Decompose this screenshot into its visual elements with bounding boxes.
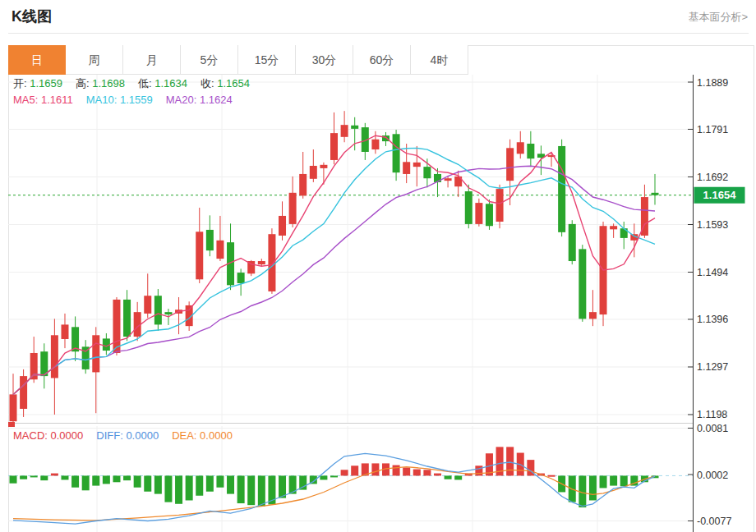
interval-tab-日[interactable]: 日 — [8, 45, 66, 75]
interval-tab-周[interactable]: 周 — [66, 45, 123, 75]
interval-tabs: 日周月5分15分30分60分4时 — [8, 45, 468, 75]
interval-tab-15分[interactable]: 15分 — [238, 45, 296, 75]
kline-chart-canvas[interactable]: 1.18891.17911.16921.15931.14941.13961.12… — [0, 0, 756, 532]
interval-tab-5分[interactable]: 5分 — [181, 45, 238, 75]
last-price-badge-text: 1.1654 — [703, 189, 737, 201]
gridlines — [8, 75, 693, 532]
interval-tab-30分[interactable]: 30分 — [296, 45, 353, 75]
y-axis-label: 1.1494 — [697, 267, 728, 278]
y-axis-label: 1.1297 — [697, 361, 728, 373]
interval-tab-4时[interactable]: 4时 — [411, 45, 468, 75]
y-axis-label: 1.1396 — [697, 314, 728, 325]
y-axis-label: 0.0002 — [697, 470, 728, 481]
interval-tab-月[interactable]: 月 — [123, 45, 181, 75]
y-axis-label: -0.0077 — [697, 516, 731, 527]
kline-widget: K线图 基本面分析> 1.18891.17911.16921.15931.149… — [0, 0, 756, 532]
y-axis-label: 0.0081 — [697, 423, 728, 434]
widget-border — [9, 46, 754, 532]
y-axis-label: 1.1198 — [697, 409, 727, 420]
y-axis-label: 1.1593 — [697, 219, 728, 231]
y-axis-label: 1.1889 — [697, 77, 728, 89]
y-axis: 1.18891.17911.16921.15931.14941.13961.12… — [688, 75, 731, 532]
separator-marker — [8, 422, 15, 427]
candles-layer[interactable] — [10, 111, 659, 424]
y-axis-label: 1.1692 — [697, 172, 728, 183]
macd-histogram[interactable] — [10, 447, 659, 507]
y-axis-label: 1.1791 — [697, 124, 728, 135]
interval-tab-60分[interactable]: 60分 — [353, 45, 411, 75]
